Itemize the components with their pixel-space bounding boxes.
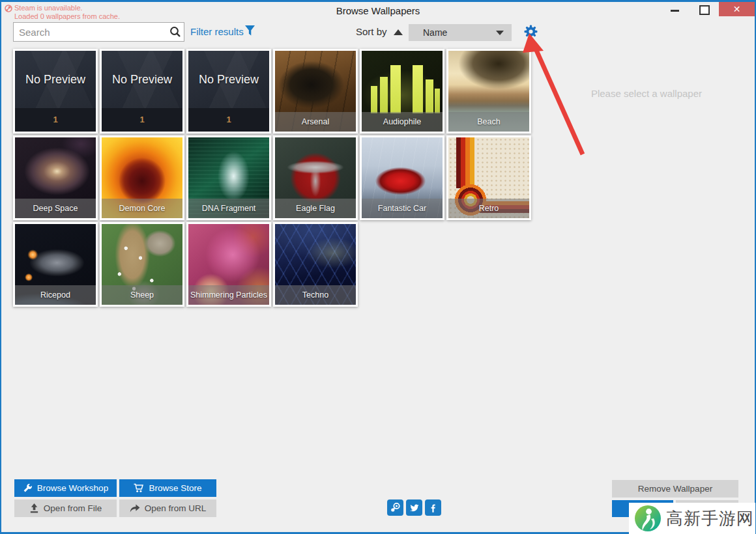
wallpaper-tile-fantastic-car[interactable]: Fantastic Car — [360, 135, 444, 220]
search-icon[interactable] — [167, 26, 184, 38]
wallpaper-title-label: Deep Space — [15, 199, 96, 218]
wallpaper-title-label: Sheep — [102, 285, 182, 305]
search-box — [13, 22, 184, 42]
wrench-icon — [23, 483, 33, 493]
wallpaper-tile-no-preview-1[interactable]: No Preview1 — [13, 49, 98, 134]
wallpaper-title-label: Eagle Flag — [275, 199, 356, 218]
open-from-file-label: Open from File — [44, 503, 102, 513]
wallpaper-tile-dna-fragment[interactable]: DNA Fragment — [186, 135, 271, 220]
settings-gear-icon[interactable] — [524, 25, 538, 38]
wallpaper-tile-shimmering-particles[interactable]: Shimmering Particles — [186, 222, 271, 307]
chevron-down-icon — [496, 31, 504, 35]
cart-icon — [134, 483, 144, 493]
cache-loaded-text: Loaded 0 wallpapers from cache. — [5, 12, 120, 21]
window-controls: ✕ — [662, 2, 755, 16]
steam-unavailable-text: Steam is unavailable. — [14, 4, 83, 12]
tile-count-strip: 1 — [188, 108, 269, 132]
browse-wallpapers-window: Browse Wallpapers ✕ Steam is unavailable… — [0, 0, 756, 534]
wallpaper-title-label: Ricepod — [15, 285, 96, 305]
wallpaper-tile-deep-space[interactable]: Deep Space — [13, 135, 98, 220]
wallpaper-title-label: DNA Fragment — [188, 199, 269, 218]
close-button[interactable]: ✕ — [719, 2, 755, 16]
facebook-link-icon[interactable] — [425, 499, 441, 516]
wallpaper-title-label: Fantastic Car — [362, 199, 443, 218]
wallpaper-tile-no-preview-2[interactable]: No Preview1 — [100, 49, 184, 134]
wallpaper-tile-retro[interactable]: Retro — [446, 135, 531, 220]
sort-ascending-icon[interactable] — [394, 29, 403, 35]
browse-store-label: Browse Store — [149, 483, 201, 493]
maximize-button[interactable] — [690, 2, 719, 16]
browse-workshop-label: Browse Workshop — [37, 483, 108, 493]
wallpaper-title-label: Shimmering Particles — [188, 285, 269, 305]
remove-wallpaper-label: Remove Wallpaper — [638, 484, 712, 494]
tile-count-badge: 1 — [226, 115, 231, 124]
wallpaper-tile-ricepod[interactable]: Ricepod — [13, 222, 98, 307]
wallpaper-title-label: Arsenal — [275, 112, 356, 132]
wallpaper-tile-beach[interactable]: Beach — [446, 49, 531, 134]
wallpaper-tile-no-preview-3[interactable]: No Preview1 — [186, 49, 271, 134]
no-preview-text: No Preview — [102, 73, 182, 87]
close-icon: ✕ — [733, 4, 741, 14]
no-preview-text: No Preview — [188, 73, 269, 87]
wallpaper-grid: No Preview1No Preview1No Preview1Arsenal… — [13, 49, 534, 309]
wallpaper-title-label: Beach — [448, 112, 529, 132]
tile-count-strip: 1 — [102, 108, 182, 132]
url-arrow-icon — [130, 504, 140, 513]
tile-count-badge: 1 — [139, 115, 144, 124]
open-from-url-label: Open from URL — [145, 503, 207, 513]
browse-store-button[interactable]: Browse Store — [119, 479, 216, 497]
status-messages: Steam is unavailable. Loaded 0 wallpaper… — [5, 4, 120, 21]
social-links — [387, 499, 441, 516]
search-input[interactable] — [14, 27, 167, 38]
tile-count-strip: 1 — [15, 108, 96, 132]
watermark-logo-icon — [634, 505, 662, 532]
preview-placeholder-text: Please select a wallpaper — [542, 88, 751, 99]
twitter-link-icon[interactable] — [406, 499, 422, 516]
wallpaper-tile-arsenal[interactable]: Arsenal — [273, 49, 358, 134]
wallpaper-tile-techno[interactable]: Techno — [273, 222, 358, 307]
sort-dropdown-value: Name — [423, 27, 447, 38]
watermark-text: 高新手游网 — [666, 507, 754, 530]
sort-by-label: Sort by — [356, 26, 387, 37]
open-from-url-button[interactable]: Open from URL — [119, 499, 216, 517]
wallpaper-tile-eagle-flag[interactable]: Eagle Flag — [273, 135, 358, 220]
tile-count-badge: 1 — [53, 115, 57, 124]
filter-icon[interactable] — [245, 25, 255, 39]
steam-icon — [5, 5, 12, 12]
watermark: 高新手游网 — [629, 503, 755, 534]
steam-link-icon[interactable] — [387, 499, 403, 516]
no-preview-text: No Preview — [15, 73, 96, 87]
wallpaper-title-label: Demon Core — [102, 199, 182, 218]
wallpaper-title-label: Techno — [275, 285, 356, 305]
open-from-file-button[interactable]: Open from File — [14, 499, 117, 517]
minimize-button[interactable] — [662, 2, 690, 16]
sort-dropdown[interactable]: Name — [409, 24, 512, 41]
wallpaper-title-label: Audiophile — [362, 112, 443, 132]
filter-results-link[interactable]: Filter results — [190, 26, 244, 37]
browse-workshop-button[interactable]: Browse Workshop — [14, 479, 117, 497]
upload-icon — [29, 503, 39, 513]
wallpaper-tile-audiophile[interactable]: Audiophile — [360, 49, 444, 134]
wallpaper-title-label: Retro — [448, 199, 529, 218]
remove-wallpaper-button[interactable]: Remove Wallpaper — [612, 480, 738, 498]
wallpaper-tile-sheep[interactable]: Sheep — [100, 222, 184, 307]
wallpaper-tile-demon-core[interactable]: Demon Core — [100, 135, 184, 220]
